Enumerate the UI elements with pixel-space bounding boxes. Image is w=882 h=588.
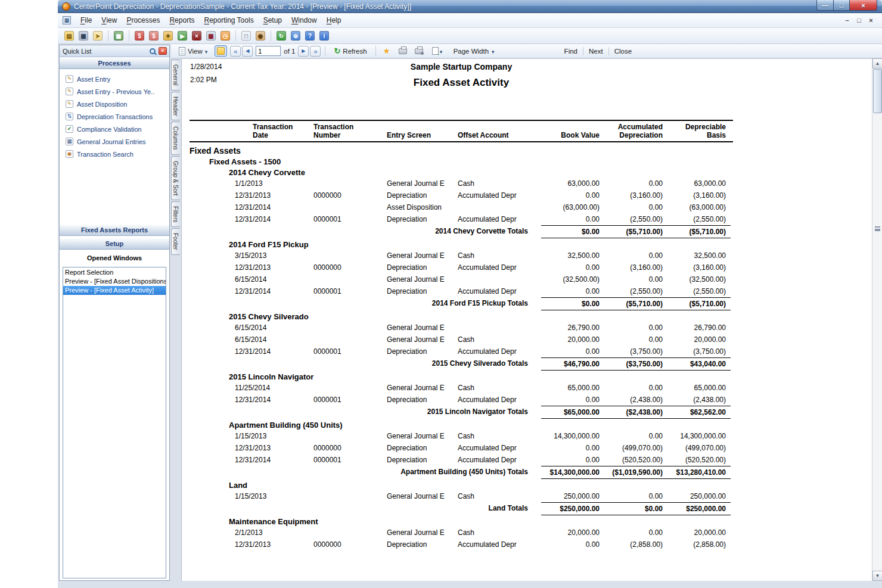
pin-icon[interactable] — [150, 48, 156, 54]
cell-transaction-date: 11/25/2014 — [228, 382, 306, 394]
quicklist-item-transaction-search[interactable]: ◉Transaction Search — [60, 148, 169, 160]
tab-general[interactable]: General — [171, 60, 180, 91]
page-number-input[interactable] — [256, 46, 281, 56]
quicklist-item-asset-entry-previous-ye[interactable]: ✎Asset Entry - Previous Ye.. — [60, 85, 169, 98]
window-title: CenterPoint Depreciation - DepreciationS… — [74, 2, 411, 11]
mdi-close-button[interactable]: × — [866, 16, 876, 25]
cell-transaction-date: 12/31/2013 — [228, 189, 306, 201]
menu-item-window[interactable]: Window — [287, 14, 322, 26]
tab-filters[interactable]: Filters — [171, 201, 180, 227]
quicklist-item-compliance-validation[interactable]: ✔Compliance Validation — [60, 123, 169, 135]
scroll-up-button[interactable] — [872, 58, 882, 69]
previous-page-button[interactable] — [242, 46, 253, 57]
receipts-button[interactable]: $ — [147, 29, 160, 42]
processes-section-header[interactable]: Processes — [60, 57, 169, 69]
menu-item-processes[interactable]: Processes — [122, 14, 164, 26]
menu-item-help[interactable]: Help — [322, 14, 346, 26]
new-window-button[interactable]: □ — [240, 29, 253, 42]
close-button[interactable]: × — [850, 0, 877, 11]
scroll-down-button[interactable] — [872, 571, 882, 581]
tab-header[interactable]: Header — [171, 92, 180, 121]
opened-window-report-selection[interactable]: Report Selection — [63, 268, 166, 277]
refresh-icon: ↻ — [277, 31, 286, 41]
last-page-button[interactable] — [310, 46, 321, 57]
find-button[interactable]: Find — [564, 48, 577, 55]
open-folder-button[interactable]: ▤ — [63, 29, 76, 42]
cell-accumulated-depreciation: 0.00 — [604, 334, 667, 346]
cell-entry-screen: General Journal E — [379, 178, 450, 189]
open-form-button[interactable]: ➤ — [91, 29, 104, 42]
mdi-restore-button[interactable]: □ — [854, 16, 864, 25]
mdi-minimize-button[interactable]: – — [842, 16, 852, 25]
print-button[interactable] — [396, 45, 409, 57]
opened-windows-header: Opened Windows — [60, 252, 169, 264]
cell-transaction-number: 0000001 — [306, 346, 379, 357]
excel-export-button[interactable]: ▦ — [112, 29, 125, 42]
quick-list-close-button[interactable] — [159, 47, 167, 55]
opened-windows-list: Report SelectionPreview - [Fixed Asset D… — [63, 267, 166, 578]
cell-accumulated-depreciation: (520,520.00) — [604, 454, 667, 466]
favorites-button[interactable] — [380, 45, 393, 57]
view-button[interactable]: View — [175, 45, 212, 57]
ledger-button[interactable]: ▦ — [204, 29, 218, 42]
opened-window-preview-fixed-asset-dispositions[interactable]: Preview - [Fixed Asset Dispositions] — [63, 277, 166, 286]
cell-accumulated-depreciation: (2,550.00) — [604, 285, 667, 297]
refresh-button[interactable]: ↻ — [275, 29, 288, 42]
cell-transaction-date: 12/31/2013 — [228, 539, 306, 550]
general-journal-entries-icon: ▦ — [66, 138, 73, 145]
tab-columns[interactable]: Columns — [171, 122, 180, 154]
lookup-button[interactable]: ◉ — [254, 29, 267, 42]
menu-accel: H — [327, 16, 332, 24]
cell-entry-screen: Depreciation — [379, 442, 450, 454]
menu-item-file[interactable]: File — [76, 14, 97, 26]
payments-button[interactable]: $ — [133, 29, 146, 42]
cell-entry-screen: General Journal E — [379, 273, 450, 285]
close-preview-button[interactable]: Close — [614, 48, 632, 55]
scrollbar-thumb[interactable] — [873, 69, 882, 113]
menu-item-setup[interactable]: Setup — [259, 14, 287, 26]
quicklist-item-depreciation-transactions[interactable]: ⇅Depreciation Transactions — [60, 110, 169, 123]
mdi-controls: –□× — [842, 16, 876, 25]
menu-item-view[interactable]: View — [97, 14, 122, 26]
excel-export-icon: ▦ — [114, 31, 123, 41]
quicklist-item-asset-entry[interactable]: ✎Asset Entry — [60, 73, 169, 85]
quicklist-item-asset-disposition[interactable]: ✎Asset Disposition — [60, 98, 169, 110]
first-page-button[interactable] — [230, 46, 241, 57]
tab-footer[interactable]: Footer — [171, 228, 180, 255]
tab-group-sort[interactable]: Group & Sort — [171, 156, 180, 200]
report-page: 1/28/2014 2:02 PM Sample Startup Company… — [181, 58, 872, 581]
setup-section-header[interactable]: Setup — [60, 238, 169, 250]
refresh-button[interactable]: Refresh — [330, 45, 371, 57]
fixed-assets-reports-section-header[interactable]: Fixed Assets Reports — [60, 224, 169, 236]
report-column-headers: Transaction DateTransaction NumberEntry … — [228, 121, 733, 141]
menu-item-reports[interactable]: Reports — [164, 14, 199, 26]
totals-book-value: $65,000.00 — [541, 406, 604, 419]
print-setup-button[interactable] — [412, 45, 426, 57]
help-button[interactable]: ? — [303, 29, 316, 42]
menu-item-reporting-tools[interactable]: Reporting Tools — [199, 14, 258, 26]
run-button[interactable]: ▶ — [176, 29, 189, 42]
cell-book-value: 14,300,000.00 — [541, 430, 604, 442]
close-window-button[interactable]: × — [190, 29, 203, 42]
cell-entry-screen: General Journal E — [379, 527, 450, 539]
zoom-select[interactable]: Page Width — [449, 46, 499, 57]
find-next-button[interactable]: Next — [589, 48, 603, 55]
maximize-button[interactable]: □ — [834, 0, 850, 11]
cell-entry-screen: Depreciation — [379, 285, 450, 297]
next-page-button[interactable] — [298, 46, 309, 57]
export-button[interactable] — [428, 45, 446, 57]
quicklist-item-general-journal-entries[interactable]: ▦General Journal Entries — [60, 135, 169, 148]
minimize-button[interactable]: — — [816, 0, 834, 11]
transaction-search-icon: ◉ — [66, 150, 73, 158]
toggle-parameters-button[interactable] — [215, 45, 227, 57]
tools-button[interactable]: ✶ — [162, 29, 175, 42]
opened-window-preview-fixed-asset-activity[interactable]: Preview - [Fixed Asset Activity] — [63, 286, 166, 295]
reminders-button[interactable]: ◷ — [219, 29, 232, 42]
info-button[interactable]: i — [318, 29, 331, 42]
print-button[interactable]: ▦ — [77, 29, 90, 42]
vertical-scrollbar[interactable] — [872, 58, 882, 581]
title-bar[interactable]: CenterPoint Depreciation - DepreciationS… — [58, 0, 882, 13]
web-button[interactable]: ⊕ — [289, 29, 302, 42]
totals-label: 2015 Lincoln Navigator Totals — [228, 406, 541, 419]
document-icon: ▦ — [63, 16, 71, 24]
